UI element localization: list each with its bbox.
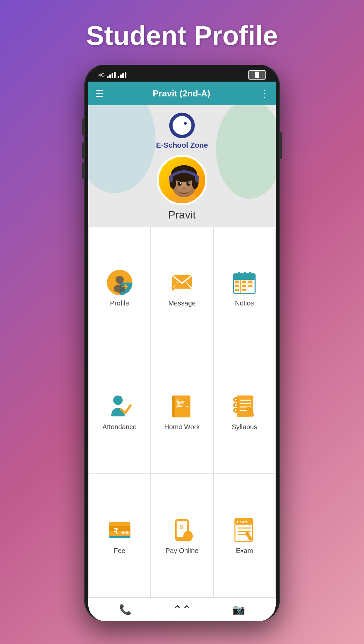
svg-rect-28 (249, 272, 251, 276)
svg-rect-40 (242, 289, 246, 291)
svg-rect-36 (235, 285, 239, 287)
payonline-label: Pay Online (165, 547, 199, 555)
camera-nav-icon[interactable]: 📷 (233, 604, 245, 615)
exam-label: Exam (236, 547, 253, 555)
svg-rect-43 (172, 396, 175, 417)
fee-label: Fee (114, 547, 125, 555)
menu-item-message[interactable]: Message (151, 226, 213, 350)
attendance-label: Attendance (102, 423, 136, 431)
menu-item-notice[interactable]: Notice (213, 226, 276, 350)
svg-text:₹: ₹ (114, 527, 119, 536)
student-name: Pravit (168, 209, 196, 221)
svg-point-15 (186, 182, 190, 186)
svg-rect-34 (242, 281, 246, 283)
svg-point-16 (180, 182, 181, 184)
school-name: E-School Zone (156, 141, 208, 150)
menu-icon[interactable]: ☰ (95, 88, 103, 99)
profile-section: E-School Zone (88, 105, 276, 226)
network-type: 4G (98, 72, 105, 78)
svg-rect-35 (248, 281, 252, 283)
syllabus-label: Syllabus (232, 423, 257, 431)
svg-point-20 (116, 276, 124, 284)
svg-point-17 (188, 182, 190, 184)
payonline-icon: $ (169, 517, 195, 544)
homework-label: Home Work (164, 423, 200, 431)
homework-icon: Home -work (169, 393, 195, 420)
svg-point-21 (114, 285, 126, 293)
svg-point-64 (125, 531, 129, 534)
message-icon (169, 269, 195, 296)
menu-grid: Profile Message (88, 226, 276, 597)
svg-text:$: $ (179, 523, 183, 531)
svg-rect-39 (235, 289, 239, 291)
svg-point-52 (234, 409, 237, 412)
svg-rect-70 (189, 534, 192, 540)
menu-item-syllabus[interactable]: Syllabus (213, 350, 276, 474)
attendance-icon (106, 393, 133, 420)
menu-item-payonline[interactable]: $ Pay Online (151, 474, 213, 597)
header-title: Pravit (2nd-A) (153, 88, 210, 99)
message-label: Message (168, 299, 195, 307)
more-options-icon[interactable]: ⋮ (260, 88, 269, 99)
svg-point-41 (113, 396, 123, 405)
bottom-nav: 📞 ⌃⌃ 📷 (88, 597, 276, 621)
svg-rect-38 (248, 285, 252, 287)
svg-point-1 (216, 105, 276, 199)
menu-item-fee[interactable]: ₹ Fee (88, 474, 151, 597)
student-avatar (157, 155, 207, 205)
app-header: ☰ Pravit (2nd-A) ⋮ (88, 82, 276, 105)
svg-rect-37 (242, 285, 246, 287)
call-nav-icon[interactable]: 📞 (119, 604, 131, 615)
svg-point-51 (234, 403, 237, 407)
svg-point-50 (234, 398, 237, 401)
menu-item-exam[interactable]: EXAM Exam (213, 474, 276, 597)
phone-screen: ☰ Pravit (2nd-A) ⋮ E-School Zone (88, 82, 276, 621)
phone-frame: 4G ▐▌ ☰ Pravit (2nd-A) ⋮ (84, 65, 280, 621)
exam-icon: EXAM (231, 517, 258, 544)
menu-item-homework[interactable]: Home -work Home Work (151, 350, 213, 474)
battery-indicator: ▐▌ (248, 70, 266, 80)
signal-bar-2 (118, 72, 126, 78)
svg-point-5 (184, 122, 187, 125)
svg-point-14 (178, 182, 182, 186)
svg-point-63 (121, 531, 125, 534)
fee-icon: ₹ (106, 517, 133, 544)
up-nav-icon[interactable]: ⌃⌃ (173, 603, 191, 616)
svg-rect-33 (235, 281, 239, 283)
signal-bar-1 (107, 72, 116, 78)
svg-point-0 (88, 105, 155, 193)
menu-item-attendance[interactable]: Attendance (88, 350, 151, 474)
page-title: Student Profile (86, 20, 278, 51)
svg-point-18 (182, 187, 186, 189)
svg-point-3 (173, 116, 191, 135)
school-logo-area: E-School Zone (156, 112, 208, 150)
svg-rect-26 (238, 272, 240, 276)
status-left: 4G (98, 72, 126, 78)
profile-icon (106, 269, 133, 296)
phone-notch (155, 65, 209, 78)
notice-label: Notice (235, 299, 254, 307)
notice-icon (231, 269, 258, 296)
svg-rect-27 (244, 272, 246, 276)
svg-rect-69 (186, 533, 189, 540)
syllabus-icon (231, 393, 258, 420)
profile-label: Profile (110, 299, 129, 307)
svg-text:EXAM: EXAM (237, 520, 248, 524)
svg-rect-61 (109, 526, 130, 531)
menu-item-profile[interactable]: Profile (88, 226, 151, 350)
school-logo-icon (169, 112, 195, 139)
